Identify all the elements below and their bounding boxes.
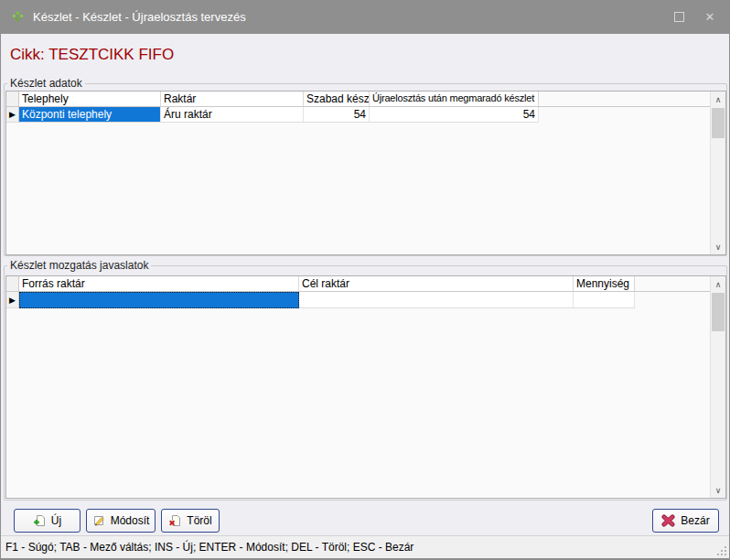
column-header-filler xyxy=(539,92,710,106)
row-selector-icon: ▶ xyxy=(6,107,19,123)
maximize-button[interactable] xyxy=(663,0,694,34)
stock-group-label: Készlet adatok xyxy=(7,77,85,90)
new-button[interactable]: Új xyxy=(14,509,81,533)
close-red-icon xyxy=(661,514,675,527)
cell-telephely[interactable]: Központi telephely xyxy=(19,107,161,123)
column-header-raktar[interactable]: Raktár xyxy=(161,92,304,106)
cell-cel-raktar[interactable] xyxy=(299,292,574,308)
scroll-down-icon[interactable]: ∨ xyxy=(711,239,725,254)
resize-grip-icon[interactable] xyxy=(716,545,727,556)
cell-forras-raktar[interactable] xyxy=(19,292,299,308)
close-button-label: Bezár xyxy=(681,514,709,527)
new-button-label: Új xyxy=(51,514,61,527)
close-dialog-button[interactable]: Bezár xyxy=(652,509,719,533)
scroll-up-icon[interactable]: ∧ xyxy=(711,92,725,107)
cell-szabad-keszlet[interactable]: 54 xyxy=(304,107,370,123)
row-selector-header xyxy=(6,92,19,106)
cell-raktar[interactable]: Áru raktár xyxy=(161,107,304,123)
stock-grid[interactable]: Telephely Raktár Szabad készlet Újraelos… xyxy=(5,91,726,255)
article-title: Cikk: TESZTCIKK FIFO xyxy=(10,46,174,64)
status-bar: F1 - Súgó; TAB - Mező váltás; INS - Új; … xyxy=(1,535,729,558)
column-header-telephely[interactable]: Telephely xyxy=(19,92,161,106)
movement-group-label: Készlet mozgatás javaslatok xyxy=(7,259,151,272)
stock-grid-scrollbar[interactable]: ∧ ∨ xyxy=(710,92,725,254)
movement-grid-scrollbar[interactable]: ∧ ∨ xyxy=(710,276,725,498)
delete-button-label: Töröl xyxy=(187,514,211,527)
table-row[interactable]: ▶ xyxy=(6,292,635,308)
delete-button[interactable]: Töröl xyxy=(161,509,220,533)
column-header-szabad-keszlet[interactable]: Szabad készlet xyxy=(304,92,370,106)
column-header-mennyiseg[interactable]: Mennyiség xyxy=(574,276,635,291)
scroll-up-icon[interactable]: ∧ xyxy=(711,276,725,292)
app-window: Készlet - Készlet - Újraelosztás tervezé… xyxy=(0,0,730,560)
scroll-thumb[interactable] xyxy=(712,108,725,138)
cell-megmarado-keszlet[interactable]: 54 xyxy=(370,107,539,123)
row-selector-icon: ▶ xyxy=(6,292,19,308)
close-button[interactable]: ✕ xyxy=(694,0,725,34)
delete-icon xyxy=(168,514,181,527)
column-header-filler xyxy=(635,276,710,291)
movement-grid-header: Forrás raktár Cél raktár Mennyiség xyxy=(6,276,710,292)
status-bar-text: F1 - Súgó; TAB - Mező váltás; INS - Új; … xyxy=(5,541,413,554)
movement-grid[interactable]: Forrás raktár Cél raktár Mennyiség ▶ ∧ ∨ xyxy=(5,275,726,499)
title-bar[interactable]: Készlet - Készlet - Újraelosztás tervezé… xyxy=(1,0,729,34)
window-title: Készlet - Készlet - Újraelosztás tervezé… xyxy=(33,10,246,24)
app-icon xyxy=(11,10,25,24)
table-row[interactable]: ▶ Központi telephely Áru raktár 54 54 xyxy=(6,107,539,123)
stock-grid-header: Telephely Raktár Szabad készlet Újraelos… xyxy=(6,92,710,107)
close-icon: ✕ xyxy=(705,10,715,24)
row-selector-header xyxy=(6,276,19,291)
scroll-down-icon[interactable]: ∨ xyxy=(711,482,725,498)
new-icon xyxy=(33,514,46,527)
scroll-thumb[interactable] xyxy=(712,293,725,331)
cell-mennyiseg[interactable] xyxy=(574,292,635,308)
column-header-megmarado-keszlet[interactable]: Újraelosztás után megmaradó készlet xyxy=(370,92,539,106)
column-header-cel-raktar[interactable]: Cél raktár xyxy=(299,276,574,291)
window-controls: ✕ xyxy=(663,0,725,34)
maximize-icon xyxy=(674,12,684,22)
modify-button-label: Módosít xyxy=(111,514,150,527)
modify-button[interactable]: Módosít xyxy=(86,509,156,533)
column-header-forras-raktar[interactable]: Forrás raktár xyxy=(19,276,299,291)
edit-icon xyxy=(92,514,105,527)
